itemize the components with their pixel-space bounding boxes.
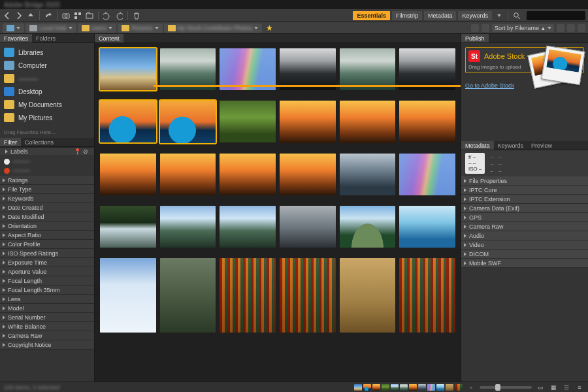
meta-section-file-properties[interactable]: File Properties (461, 176, 588, 186)
thumbnail[interactable] (100, 48, 156, 90)
thumbnail[interactable] (220, 48, 276, 90)
filmstrip-thumb[interactable] (455, 384, 463, 391)
search-icon[interactable] (512, 11, 521, 20)
nav-fwd-icon[interactable] (14, 11, 24, 20)
filter-white-balance[interactable]: White Balance (0, 322, 94, 331)
nav-up-icon[interactable] (26, 11, 35, 20)
thumbnail-grid-area[interactable] (95, 43, 461, 382)
meta-section-iptc-extension[interactable]: IPTC Extension (461, 195, 588, 204)
favorite-my-documents[interactable]: My Documents (1, 98, 93, 111)
adobe-stock-link[interactable]: Go to Adobe Stock (465, 82, 514, 89)
filter-aspect-ratio[interactable]: Aspect Ratio (0, 231, 94, 240)
favorite-desktop[interactable]: Desktop (1, 85, 93, 98)
breadcrumb-folder[interactable]: My Stock Contributor Photos (164, 24, 263, 33)
label-preset[interactable]: ——— (3, 157, 91, 165)
favorite-libraries[interactable]: Libraries (1, 46, 93, 59)
open-icon[interactable] (85, 11, 94, 20)
filter-date-created[interactable]: Date Created (0, 203, 94, 212)
favtab-folders[interactable]: Folders (32, 34, 59, 42)
metatab-keywords[interactable]: Keywords (494, 141, 528, 150)
filmstrip-thumb[interactable] (409, 384, 417, 391)
filter-ratings[interactable]: Ratings (0, 176, 94, 185)
thumbnail[interactable] (160, 258, 216, 333)
filmstrip-mini[interactable] (354, 384, 463, 391)
thumbnail[interactable] (280, 206, 336, 248)
filter-camera-raw[interactable]: Camera Raw (0, 331, 94, 340)
breadcrumb-folder[interactable]: Users (78, 24, 117, 33)
filter-lens[interactable]: Lens (0, 295, 94, 304)
camera-icon[interactable] (61, 11, 71, 20)
thumbnail[interactable] (220, 206, 276, 248)
filter-color-profile[interactable]: Color Profile (0, 240, 94, 249)
thumbnail[interactable] (160, 48, 216, 90)
filtertab-collections[interactable]: Collections (21, 138, 57, 146)
thumb-large-icon[interactable]: ▭ (536, 383, 545, 392)
thumbnail[interactable] (399, 154, 455, 195)
filter-section-labels[interactable]: Labels 📍 ⊘ (0, 147, 94, 156)
thumbnail[interactable] (220, 154, 276, 195)
filter-aperture-value[interactable]: Aperture Value (0, 267, 94, 276)
refine-icon[interactable] (73, 11, 82, 20)
thumbnail[interactable] (100, 258, 156, 333)
filter-file-type[interactable]: File Type (0, 185, 94, 194)
metatab-preview[interactable]: Preview (527, 141, 556, 150)
thumbnail[interactable] (280, 48, 336, 90)
favtab-favorites[interactable]: Favorites (0, 34, 32, 42)
tab-content[interactable]: Content (95, 34, 123, 42)
label-preset[interactable]: ——— (3, 167, 91, 174)
view-details-icon[interactable]: ☰ (562, 383, 571, 392)
filmstrip-thumb[interactable] (372, 384, 380, 391)
thumb-size-slider[interactable] (480, 386, 532, 389)
breadcrumb-folder[interactable]: Pictures (118, 24, 163, 33)
view-options-icon[interactable] (578, 24, 585, 32)
thumbnail[interactable] (399, 258, 455, 333)
thumbnail[interactable] (340, 206, 396, 248)
filmstrip-thumb[interactable] (427, 384, 435, 391)
thumbnail[interactable] (340, 101, 396, 142)
grid-options-icon[interactable] (567, 24, 575, 32)
filter-exposure-time[interactable]: Exposure Time (0, 258, 94, 267)
filter-date-modified[interactable]: Date Modified (0, 212, 94, 221)
thumbnail[interactable] (399, 101, 455, 142)
meta-section-mobile-swf[interactable]: Mobile SWF (461, 259, 588, 268)
meta-section-dicom[interactable]: DICOM (461, 250, 588, 259)
filter-iso-speed-ratings[interactable]: ISO Speed Ratings (0, 249, 94, 258)
thumbnail[interactable] (340, 48, 396, 90)
thumbnail[interactable] (160, 206, 216, 248)
filter-orientation[interactable]: Orientation (0, 221, 94, 231)
pin-icon[interactable]: 📍 (74, 148, 80, 155)
meta-section-audio[interactable]: Audio (461, 231, 588, 240)
filmstrip-thumb[interactable] (391, 384, 399, 391)
thumbnail[interactable] (100, 154, 156, 195)
thumbnail[interactable] (220, 101, 276, 142)
workspace-more-icon[interactable] (495, 11, 504, 20)
thumbnail[interactable] (340, 258, 396, 333)
meta-section-camera-data-exif-[interactable]: Camera Data (Exif) (461, 204, 588, 213)
filter-serial-number[interactable]: Serial Number (0, 313, 94, 322)
favorite-computer[interactable]: Computer (1, 59, 93, 72)
filmstrip-thumb[interactable] (436, 384, 444, 391)
workspace-filmstrip[interactable]: Filmstrip (392, 11, 422, 20)
thumbnail[interactable] (220, 258, 276, 333)
boomerang-icon[interactable] (44, 11, 53, 20)
trash-icon[interactable] (132, 11, 141, 20)
workspace-keywords[interactable]: Keywords (458, 11, 492, 20)
filmstrip-thumb[interactable] (354, 384, 362, 391)
thumbnail[interactable] (340, 154, 396, 195)
search-input[interactable] (527, 11, 585, 20)
thumbnail[interactable] (399, 48, 455, 90)
thumbnail[interactable] (100, 101, 156, 142)
thumbnail[interactable] (280, 258, 336, 333)
sort-dropdown[interactable]: Sort by Filename▴ (492, 24, 554, 32)
nav-back-icon[interactable] (3, 11, 12, 20)
filtertab-filter[interactable]: Filter (0, 138, 21, 146)
thumbnail[interactable] (160, 101, 216, 142)
filter-copyright-notice[interactable]: Copyright Notice (0, 340, 94, 350)
workspace-metadata[interactable]: Metadata (424, 11, 457, 20)
meta-section-camera-raw[interactable]: Camera Raw (461, 222, 588, 231)
filmstrip-thumb[interactable] (363, 384, 371, 391)
thumbnail[interactable] (399, 206, 455, 248)
sort-asc-icon[interactable] (557, 24, 564, 32)
meta-section-iptc-core[interactable]: IPTC Core (461, 186, 588, 195)
thumbnail[interactable] (160, 154, 216, 195)
